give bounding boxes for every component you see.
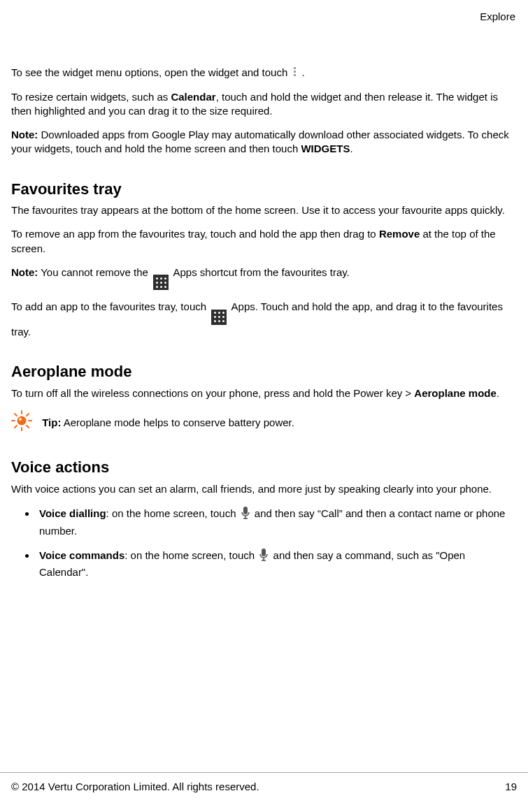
svg-rect-13 — [262, 549, 266, 556]
tip-label: Tip: — [42, 416, 61, 428]
microphone-icon — [241, 506, 250, 523]
bold-widgets: WIDGETS — [301, 143, 350, 154]
bold-voice-commands: Voice commands — [39, 549, 124, 561]
text: To add an app to the favourites tray, to… — [11, 300, 209, 312]
bold-voice-dialling: Voice dialling — [39, 507, 106, 519]
paragraph-voice-intro: With voice actions you can set an alarm,… — [11, 482, 511, 496]
svg-line-4 — [15, 414, 17, 416]
tip-bulb-icon — [11, 410, 32, 435]
microphone-icon — [259, 548, 269, 565]
bold-calendar: Calendar — [171, 91, 215, 103]
text: . — [299, 66, 304, 78]
voice-actions-list: Voice dialling: on the home screen, touc… — [11, 506, 511, 579]
text: To see the widget menu options, open the… — [11, 66, 290, 78]
apps-grid-icon — [211, 310, 227, 325]
overflow-menu-icon — [292, 66, 297, 78]
text: You cannot remove the — [38, 266, 151, 278]
heading-aeroplane-mode: Aeroplane mode — [11, 361, 511, 382]
text: Aeroplane mode helps to conserve battery… — [61, 416, 294, 428]
bold-remove: Remove — [379, 228, 420, 240]
text: . — [497, 387, 499, 399]
body-content: To see the widget menu options, open the… — [11, 66, 518, 579]
list-item: Voice commands: on the home screen, touc… — [36, 548, 511, 580]
list-item: Voice dialling: on the home screen, touc… — [36, 506, 511, 538]
text: : on the home screen, touch — [124, 549, 257, 561]
text: Apps shortcut from the favourites tray. — [171, 266, 350, 278]
paragraph-fav-note: Note: You cannot remove the Apps shortcu… — [11, 266, 511, 291]
bold-aeroplane-mode: Aeroplane mode — [414, 387, 497, 399]
note-label: Note: — [11, 266, 38, 278]
text: To resize certain widgets, such as — [11, 91, 171, 103]
header-section-label: Explore — [11, 10, 518, 24]
apps-grid-icon — [153, 275, 169, 290]
tip-text: Tip: Aeroplane mode helps to conserve ba… — [42, 416, 294, 430]
svg-point-8 — [17, 416, 27, 426]
paragraph-fav-intro: The favourites tray appears at the botto… — [11, 203, 511, 217]
note-label: Note: — [11, 129, 38, 140]
svg-rect-10 — [243, 507, 248, 514]
paragraph-aeroplane: To turn off all the wireless connections… — [11, 386, 511, 400]
footer-page-number: 19 — [505, 780, 517, 794]
text: To remove an app from the favourites tra… — [11, 228, 379, 240]
paragraph-resize-widget: To resize certain widgets, such as Calen… — [11, 90, 511, 119]
svg-line-6 — [15, 426, 17, 428]
tip-row: Tip: Aeroplane mode helps to conserve ba… — [11, 410, 511, 435]
text: . — [350, 143, 352, 154]
paragraph-fav-add: To add an app to the favourites tray, to… — [11, 300, 511, 339]
footer-copyright: © 2014 Vertu Corporation Limited. All ri… — [11, 780, 259, 794]
paragraph-note-widgets: Note: Downloaded apps from Google Play m… — [11, 128, 511, 157]
heading-favourites-tray: Favourites tray — [11, 179, 511, 200]
heading-voice-actions: Voice actions — [11, 457, 511, 478]
text: To turn off all the wireless connections… — [11, 387, 414, 399]
paragraph-widget-menu: To see the widget menu options, open the… — [11, 66, 511, 80]
svg-line-5 — [27, 414, 29, 416]
page-footer: © 2014 Vertu Corporation Limited. All ri… — [0, 772, 528, 794]
svg-point-9 — [19, 418, 22, 421]
page: Explore To see the widget menu options, … — [0, 0, 528, 812]
text: Downloaded apps from Google Play may aut… — [11, 129, 509, 154]
svg-line-7 — [27, 426, 29, 428]
paragraph-fav-remove: To remove an app from the favourites tra… — [11, 227, 511, 256]
text: : on the home screen, touch — [106, 507, 239, 519]
